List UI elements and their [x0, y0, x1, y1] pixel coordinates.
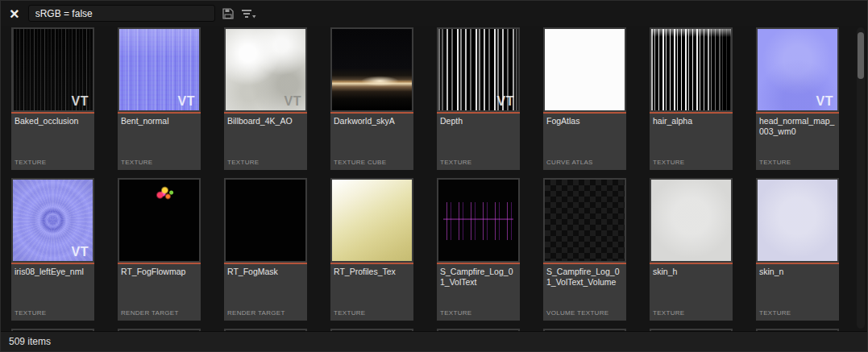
virtual-texture-badge: VT: [284, 94, 301, 109]
asset-name: skin_n: [756, 264, 839, 309]
asset-name: Bent_normal: [118, 114, 201, 159]
asset-thumbnail: [119, 180, 199, 261]
asset-name: Depth: [437, 114, 520, 159]
asset-tile[interactable]: VT Depth TEXTURE: [437, 27, 520, 170]
asset-name: RT_FogMask: [224, 264, 307, 309]
asset-name: FogAtlas: [543, 114, 626, 159]
asset-tile[interactable]: VT Bent_normal TEXTURE: [118, 27, 201, 170]
asset-thumbnail: [438, 180, 518, 261]
asset-tile[interactable]: RT_Profiles_Tex TEXTURE: [330, 178, 413, 321]
asset-name: RT_FogFlowmap: [118, 264, 201, 309]
asset-tile[interactable]: VT Baked_occlusion TEXTURE: [11, 27, 94, 170]
virtual-texture-badge: VT: [497, 94, 514, 109]
asset-thumbnail: [651, 180, 731, 261]
asset-type-label: TEXTURE: [11, 309, 94, 321]
asset-thumbnail: [651, 29, 731, 110]
asset-name: Darkworld_skyA: [330, 114, 413, 159]
asset-name: Billboard_4K_AO: [224, 114, 307, 159]
asset-type-label: TEXTURE: [756, 159, 839, 170]
asset-tile[interactable]: skin_h TEXTURE: [650, 178, 733, 321]
virtual-texture-badge: VT: [816, 94, 833, 109]
close-icon[interactable]: ×: [8, 6, 21, 21]
virtual-texture-badge: VT: [178, 94, 195, 109]
asset-tile[interactable]: VT head_normal_map_003_wm0 TEXTURE: [756, 27, 839, 170]
asset-type-label: TEXTURE: [756, 309, 839, 321]
asset-type-label: TEXTURE: [437, 309, 520, 321]
asset-type-label: TEXTURE: [118, 159, 201, 170]
floppy-disk-icon: [222, 8, 234, 19]
asset-thumbnail: VT: [13, 29, 93, 110]
virtual-texture-badge: VT: [72, 245, 89, 259]
virtual-texture-badge: VT: [72, 94, 89, 109]
asset-thumbnail: VT: [119, 29, 199, 110]
scrollbar-thumb[interactable]: [858, 32, 864, 79]
asset-thumbnail: [758, 180, 837, 261]
asset-tile[interactable]: RT_FogMask RENDER TARGET: [224, 178, 307, 321]
asset-name: skin_h: [650, 264, 733, 309]
asset-type-label: RENDER TARGET: [224, 309, 307, 321]
asset-name: Baked_occlusion: [11, 114, 94, 159]
asset-type-label: TEXTURE: [437, 159, 520, 170]
asset-name: S_Campfire_Log_01_VolText_Volume: [543, 264, 626, 309]
asset-name: iris08_leftEye_nml: [11, 264, 94, 309]
asset-tile[interactable]: skin_n TEXTURE: [756, 178, 839, 321]
save-search-icon[interactable]: [222, 6, 234, 22]
search-input[interactable]: [28, 5, 215, 22]
asset-thumbnail: [545, 29, 625, 110]
asset-tile[interactable]: VT Billboard_4K_AO TEXTURE: [224, 27, 307, 170]
asset-grid: VT Baked_occlusion TEXTURE VT Bent_norma…: [1, 26, 854, 331]
asset-thumbnail: [226, 180, 305, 261]
asset-name: hair_alpha: [650, 114, 733, 159]
scrollbar-track[interactable]: [857, 27, 865, 329]
asset-thumbnail: VT: [758, 29, 837, 110]
filter-icon[interactable]: [241, 6, 256, 22]
asset-tile[interactable]: Darkworld_skyA TEXTURE CUBE: [330, 27, 413, 170]
asset-thumbnail: [332, 180, 412, 261]
asset-tile[interactable]: VT iris08_leftEye_nml TEXTURE: [11, 178, 94, 321]
asset-tile[interactable]: S_Campfire_Log_01_VolText TEXTURE: [437, 178, 520, 321]
asset-tile[interactable]: FogAtlas CURVE ATLAS: [543, 27, 626, 170]
search-toolbar: ×: [1, 1, 867, 26]
asset-type-label: TEXTURE CUBE: [330, 159, 413, 170]
asset-type-label: RENDER TARGET: [118, 309, 201, 321]
asset-tile[interactable]: RT_FogFlowmap RENDER TARGET: [118, 178, 201, 321]
asset-tile[interactable]: hair_alpha TEXTURE: [650, 27, 733, 170]
asset-type-label: CURVE ATLAS: [543, 159, 626, 170]
asset-thumbnail: VT: [13, 180, 93, 261]
asset-type-label: TEXTURE: [11, 159, 94, 170]
asset-type-label: TEXTURE: [650, 309, 733, 321]
asset-picker-window: × VT Baked_occlusion TEXTURE: [0, 0, 868, 352]
asset-type-label: TEXTURE: [224, 159, 307, 170]
asset-name: S_Campfire_Log_01_VolText: [437, 264, 520, 309]
asset-name: RT_Profiles_Tex: [330, 264, 413, 309]
asset-type-label: TEXTURE: [330, 309, 413, 321]
asset-type-label: TEXTURE: [650, 159, 733, 170]
status-bar: 509 items: [1, 331, 867, 351]
asset-thumbnail: [332, 29, 412, 110]
asset-thumbnail: [545, 180, 625, 261]
asset-thumbnail: VT: [226, 29, 305, 110]
asset-thumbnail: VT: [438, 29, 518, 110]
item-count: 509 items: [9, 336, 51, 347]
filter-lines-icon: [241, 8, 256, 19]
asset-tile[interactable]: S_Campfire_Log_01_VolText_Volume VOLUME …: [543, 178, 626, 321]
asset-type-label: VOLUME TEXTURE: [543, 309, 626, 321]
asset-name: head_normal_map_003_wm0: [756, 114, 839, 159]
